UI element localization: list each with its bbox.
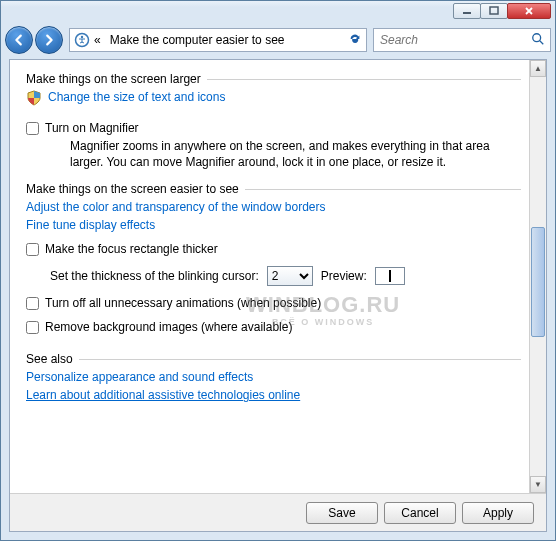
section-easier-title: Make things on the screen easier to see	[26, 182, 239, 196]
checkbox-focus-rect[interactable]	[26, 243, 39, 256]
breadcrumb-chevrons[interactable]: «	[94, 33, 106, 47]
link-fine-tune[interactable]: Fine tune display effects	[26, 218, 155, 232]
svg-rect-1	[490, 7, 498, 14]
label-background[interactable]: Remove background images (where availabl…	[45, 320, 292, 334]
label-magnifier[interactable]: Turn on Magnifier	[45, 121, 139, 135]
link-learn-assistive[interactable]: Learn about additional assistive technol…	[26, 388, 300, 402]
refresh-icon	[348, 32, 362, 46]
checkbox-animations[interactable]	[26, 297, 39, 310]
breadcrumb-current[interactable]: Make the computer easier to see	[110, 33, 344, 47]
minimize-icon	[462, 6, 472, 16]
link-row-learn: Learn about additional assistive technol…	[26, 388, 521, 402]
section-easier-header: Make things on the screen easier to see	[26, 182, 521, 196]
section-seealso-header: See also	[26, 352, 521, 366]
scroll-track[interactable]	[530, 77, 546, 476]
back-button[interactable]	[5, 26, 33, 54]
preview-label: Preview:	[321, 269, 367, 283]
link-row-finetune: Fine tune display effects	[26, 218, 521, 232]
maximize-button[interactable]	[480, 3, 508, 19]
link-row-personalize: Personalize appearance and sound effects	[26, 370, 521, 384]
checkbox-background[interactable]	[26, 321, 39, 334]
cursor-thickness-row: Set the thickness of the blinking cursor…	[50, 266, 521, 286]
link-row-color: Adjust the color and transparency of the…	[26, 200, 521, 214]
forward-button[interactable]	[35, 26, 63, 54]
button-bar: Save Cancel Apply	[10, 493, 546, 531]
arrow-left-icon	[12, 33, 26, 47]
divider	[245, 189, 521, 190]
cancel-button[interactable]: Cancel	[384, 502, 456, 524]
refresh-button[interactable]	[348, 32, 362, 49]
scroll-up-button[interactable]: ▲	[530, 60, 546, 77]
cursor-thickness-select[interactable]: 2	[267, 266, 313, 286]
minimize-button[interactable]	[453, 3, 481, 19]
svg-point-3	[81, 36, 83, 38]
window-frame: « Make the computer easier to see Make t…	[0, 0, 556, 541]
link-adjust-color[interactable]: Adjust the color and transparency of the…	[26, 200, 326, 214]
navbar: « Make the computer easier to see	[1, 23, 555, 57]
content-pane: Make things on the screen larger Change …	[10, 60, 529, 493]
client-area: Make things on the screen larger Change …	[9, 59, 547, 532]
divider	[207, 79, 521, 80]
save-button[interactable]: Save	[306, 502, 378, 524]
shield-icon	[26, 90, 42, 109]
link-row-change-size: Change the size of text and icons	[26, 90, 521, 109]
svg-point-4	[533, 33, 541, 41]
close-button[interactable]	[507, 3, 551, 19]
address-bar[interactable]: « Make the computer easier to see	[69, 28, 367, 52]
titlebar	[1, 1, 555, 23]
search-input[interactable]	[380, 33, 531, 47]
cursor-preview	[375, 267, 405, 285]
arrow-right-icon	[42, 33, 56, 47]
section-larger-header: Make things on the screen larger	[26, 72, 521, 86]
row-background: Remove background images (where availabl…	[26, 320, 521, 334]
caret-icon	[389, 270, 391, 282]
scroll-thumb[interactable]	[531, 227, 545, 337]
row-focus: Make the focus rectangle thicker	[26, 242, 521, 256]
row-animations: Turn off all unnecessary animations (whe…	[26, 296, 521, 310]
link-personalize[interactable]: Personalize appearance and sound effects	[26, 370, 253, 384]
scroll-down-button[interactable]: ▼	[530, 476, 546, 493]
ease-of-access-icon	[74, 32, 90, 48]
section-seealso-title: See also	[26, 352, 73, 366]
section-larger-title: Make things on the screen larger	[26, 72, 201, 86]
vertical-scrollbar[interactable]: ▲ ▼	[529, 60, 546, 493]
label-focus-rect[interactable]: Make the focus rectangle thicker	[45, 242, 218, 256]
svg-rect-0	[463, 12, 471, 14]
row-magnifier: Turn on Magnifier	[26, 121, 521, 135]
checkbox-magnifier[interactable]	[26, 122, 39, 135]
close-icon	[524, 6, 534, 16]
maximize-icon	[489, 6, 499, 16]
apply-button[interactable]: Apply	[462, 502, 534, 524]
magnifier-description: Magnifier zooms in anywhere on the scree…	[70, 139, 521, 170]
content-wrap: Make things on the screen larger Change …	[10, 60, 546, 493]
divider	[79, 359, 521, 360]
search-box[interactable]	[373, 28, 551, 52]
link-change-size[interactable]: Change the size of text and icons	[48, 90, 225, 104]
cursor-thickness-label: Set the thickness of the blinking cursor…	[50, 269, 259, 283]
label-animations[interactable]: Turn off all unnecessary animations (whe…	[45, 296, 321, 310]
search-icon	[531, 32, 545, 46]
search-button[interactable]	[531, 32, 545, 49]
